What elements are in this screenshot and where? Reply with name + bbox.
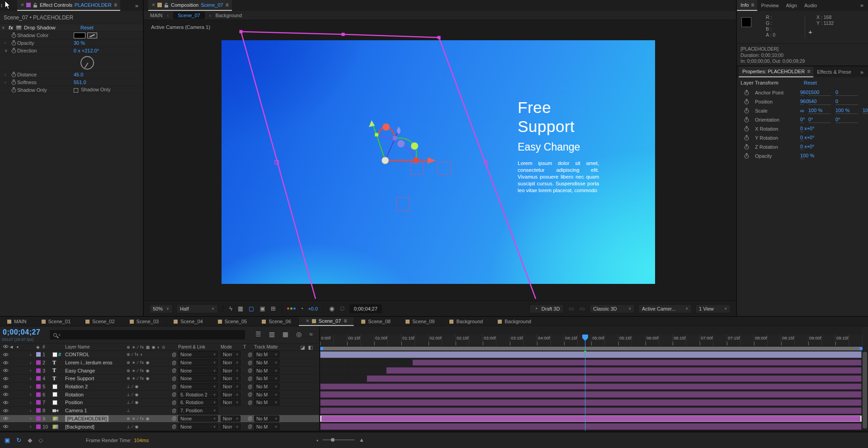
layer-name[interactable]: Easy Change — [65, 368, 127, 373]
breadcrumb-root[interactable]: MAIN — [150, 13, 163, 18]
parent-pick-whip-icon[interactable]: @ — [172, 384, 178, 389]
time-navigator[interactable] — [320, 346, 863, 351]
layer-name[interactable]: [PLACEHOLDER] — [65, 415, 108, 422]
layer-duration-bar[interactable] — [367, 375, 862, 382]
t-column-header[interactable]: T — [243, 344, 248, 349]
matte-pick-whip-icon[interactable]: @ — [248, 360, 254, 365]
layer-name[interactable]: Rotation 2 — [65, 384, 127, 389]
parent-pick-whip-icon[interactable]: @ — [172, 392, 178, 397]
direction-value[interactable]: 0 x +212.0° — [74, 48, 143, 53]
eyedropper-icon[interactable] — [87, 33, 97, 38]
parent-dropdown[interactable]: 5. Rotation 2∨ — [178, 391, 218, 398]
matte-pick-whip-icon[interactable]: @ — [248, 424, 254, 429]
layer-row[interactable]: › 3 # T Easy Change — [0, 367, 319, 375]
layer-duration-bar[interactable] — [320, 415, 862, 422]
layer-label-chip[interactable] — [36, 384, 41, 389]
stopwatch-icon[interactable] — [744, 90, 749, 95]
stopwatch-icon[interactable] — [744, 153, 749, 159]
shy-toggle-icon[interactable]: ▥ — [269, 330, 275, 338]
layer-name-column-header[interactable]: Layer Name — [65, 344, 127, 349]
clipped-tab-label[interactable]: t — [1, 3, 2, 8]
parent-pick-whip-icon[interactable]: @ — [172, 416, 178, 421]
expand-arrow-icon[interactable]: › — [30, 408, 36, 413]
property-value[interactable]: 540 — [808, 99, 831, 105]
eye-toggle[interactable] — [3, 361, 10, 365]
layer-duration-bar[interactable] — [412, 359, 862, 366]
stopwatch-icon[interactable] — [744, 126, 749, 132]
breadcrumb-current[interactable]: Scene_07 — [173, 12, 205, 19]
opacity-value[interactable]: 30 % — [74, 40, 143, 46]
panel-menu-icon[interactable]: ≡ — [226, 2, 228, 8]
layer-duration-bar[interactable] — [386, 367, 862, 374]
info-tab[interactable]: Preview ≡ — [757, 0, 782, 11]
layer-switches[interactable]: ⊕ ∗ ∕ fx ◉ — [127, 416, 172, 421]
timeline-tab[interactable]: × Background ≡ — [491, 317, 539, 326]
layer-name[interactable]: Camera 1 — [65, 408, 127, 413]
layer-duration-bar[interactable] — [320, 399, 862, 406]
figure-icon[interactable]: ◆ — [28, 437, 32, 443]
layer-row[interactable]: › 9 # T [PLACEHOLDER] — [0, 415, 319, 423]
parent-dropdown[interactable]: None∨ — [178, 351, 218, 358]
property-value[interactable]: 100 % — [808, 108, 831, 114]
expand-arrow-icon[interactable]: › — [30, 424, 36, 429]
timeline-tab[interactable]: × Scene_09 ≡ — [398, 317, 443, 326]
layer-switches[interactable]: ⊕ ∗ ∕ fx ◉ — [127, 360, 172, 365]
distance-value[interactable]: 45.0 — [74, 72, 143, 77]
stopwatch-icon[interactable] — [11, 48, 16, 53]
overflow-icon[interactable]: » — [856, 66, 868, 77]
layer-label-chip[interactable] — [36, 360, 41, 365]
direction-dial[interactable] — [80, 56, 94, 70]
stopwatch-icon[interactable] — [744, 135, 749, 141]
layer-duration-bar[interactable] — [320, 391, 862, 398]
expand-arrow-icon[interactable]: › — [30, 384, 36, 389]
search-input[interactable] — [62, 332, 234, 338]
breadcrumb-tail[interactable]: Background — [215, 13, 242, 18]
layer-duration-bar[interactable] — [320, 351, 862, 358]
parent-pick-whip-icon[interactable]: @ — [172, 376, 178, 381]
timeline-tab[interactable]: × Scene_04 ≡ — [166, 317, 211, 326]
zoom-slider[interactable] — [323, 439, 354, 440]
close-icon[interactable]: × — [306, 318, 309, 324]
parent-dropdown[interactable]: None∨ — [178, 415, 218, 422]
eye-toggle[interactable] — [3, 392, 10, 396]
show-snapshot-icon[interactable]: ∅ — [339, 305, 346, 312]
collapse-icon[interactable]: ∨ — [5, 48, 11, 53]
layer-row[interactable]: › 10 # T [Background] — [0, 423, 319, 431]
layer-switches[interactable]: ⊥ ∕ ◉ — [127, 384, 172, 389]
mode-dropdown[interactable]: Norr∨ — [221, 383, 241, 390]
extended-viewer-icon[interactable]: ▭ — [579, 305, 586, 312]
property-value[interactable]: 100 % — [863, 108, 868, 114]
timeline-vertical-scrollbar[interactable] — [862, 351, 868, 431]
parent-pick-whip-icon[interactable]: @ — [172, 408, 178, 413]
info-tab[interactable]: Info ≡ — [737, 0, 757, 11]
parent-dropdown[interactable]: 6. Rotation∨ — [178, 399, 218, 406]
layer-label-chip[interactable] — [36, 408, 41, 413]
track-matte-dropdown[interactable]: No M∨ — [254, 415, 279, 422]
snapshot-icon[interactable]: ◉ — [328, 305, 335, 312]
shadow-only-checkbox[interactable] — [74, 88, 78, 93]
info-tab[interactable]: Audio ≡ — [801, 0, 821, 11]
track-matte-dropdown[interactable]: No M∨ — [254, 368, 279, 374]
navigator-start-handle[interactable] — [320, 347, 323, 350]
stopwatch-icon[interactable] — [11, 72, 16, 77]
reset-button[interactable]: Reset — [804, 80, 817, 85]
timeline-tab[interactable]: × Scene_03 ≡ — [123, 317, 167, 326]
layer-name[interactable]: Position — [65, 400, 127, 405]
expand-arrow-icon[interactable]: › — [30, 400, 36, 405]
track-matte-column-header[interactable]: Track Matte — [254, 344, 282, 349]
panel-menu-icon[interactable]: ≡ — [114, 2, 117, 8]
layer-label-chip[interactable] — [36, 352, 41, 357]
mode-dropdown[interactable]: Norr∨ — [221, 399, 241, 406]
exposure-icon[interactable]: ◔ — [299, 305, 305, 312]
timeline-tab[interactable]: × Scene_07 ≡ — [299, 317, 354, 326]
track-matte-dropdown[interactable]: No M∨ — [254, 351, 279, 358]
panel-menu-icon[interactable]: ≡ — [807, 68, 810, 75]
effect-header-row[interactable]: ∨ fx Drop Shadow Reset — [0, 24, 143, 31]
eye-toggle[interactable] — [3, 409, 10, 413]
zoom-slider-knob[interactable] — [331, 438, 335, 442]
layer-name[interactable]: Rotation — [65, 392, 127, 397]
property-value[interactable]: 0° — [800, 117, 804, 123]
property-value[interactable]: 0 x+0° — [800, 126, 804, 132]
property-value[interactable]: 0 — [835, 99, 858, 105]
unlock-icon[interactable] — [164, 3, 169, 8]
